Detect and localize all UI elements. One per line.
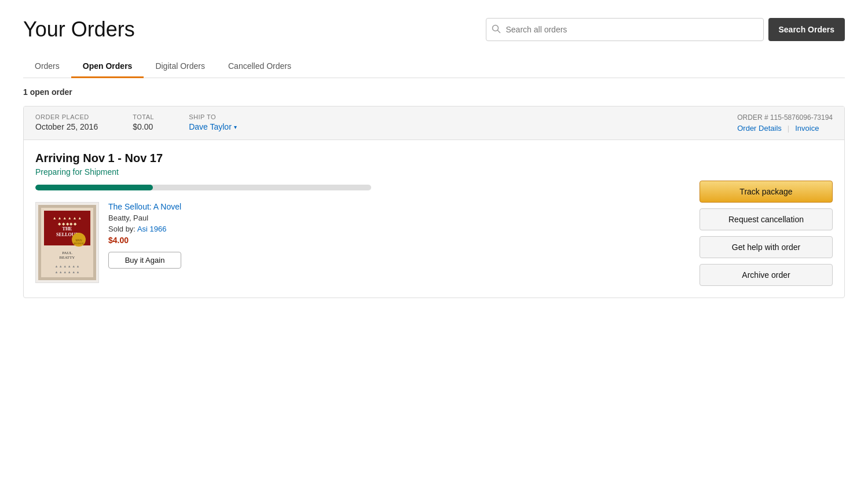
tabs-nav: Orders Open Orders Digital Orders Cancel… bbox=[23, 56, 845, 78]
search-input-wrapper bbox=[486, 18, 764, 41]
product-info: The Sellout: A Novel Beatty, Paul Sold b… bbox=[108, 202, 181, 269]
order-card: ORDER PLACED October 25, 2016 TOTAL $0.0… bbox=[23, 106, 845, 298]
product-image: ▲ ▲ ▲ ▲ ▲ ▲ ◆ ◆ ◆ ◆ ◆ THE SELLOUT MAN BO… bbox=[35, 202, 99, 283]
order-count: 1 open order bbox=[23, 87, 845, 97]
svg-text:BEATTY: BEATTY bbox=[60, 255, 75, 260]
svg-text:▲ ▲ ▲ ▲ ▲ ▲: ▲ ▲ ▲ ▲ ▲ ▲ bbox=[54, 265, 79, 268]
order-body-left: Arriving Nov 1 - Nov 17 Preparing for Sh… bbox=[35, 152, 688, 286]
order-details-link[interactable]: Order Details bbox=[737, 124, 782, 133]
progress-bar-container bbox=[35, 185, 371, 190]
svg-text:BOOKER: BOOKER bbox=[74, 242, 83, 245]
order-number-label: ORDER # 115-5876096-73194 bbox=[737, 113, 833, 122]
order-number-col: ORDER # 115-5876096-73194 Order Details … bbox=[737, 113, 833, 133]
tab-open-orders[interactable]: Open Orders bbox=[71, 56, 144, 78]
request-cancellation-button[interactable]: Request cancellation bbox=[699, 208, 833, 230]
search-area: Search Orders bbox=[486, 18, 845, 41]
archive-order-button[interactable]: Archive order bbox=[699, 264, 833, 286]
tab-digital-orders[interactable]: Digital Orders bbox=[144, 56, 217, 78]
svg-text:▲ ▲ ▲ ▲ ▲ ▲: ▲ ▲ ▲ ▲ ▲ ▲ bbox=[54, 270, 79, 274]
order-total-col: TOTAL $0.00 bbox=[133, 113, 154, 131]
tab-cancelled-orders[interactable]: Cancelled Orders bbox=[217, 56, 303, 78]
order-placed-date: October 25, 2016 bbox=[35, 122, 98, 131]
order-ship-to-label: SHIP TO bbox=[189, 113, 237, 120]
product-sold-by: Sold by: Asi 1966 bbox=[108, 225, 181, 233]
order-body: Arriving Nov 1 - Nov 17 Preparing for Sh… bbox=[24, 140, 844, 298]
svg-line-1 bbox=[497, 30, 500, 32]
get-help-button[interactable]: Get help with order bbox=[699, 236, 833, 258]
chevron-down-icon: ▾ bbox=[234, 124, 237, 130]
search-input[interactable] bbox=[486, 18, 764, 41]
order-header: ORDER PLACED October 25, 2016 TOTAL $0.0… bbox=[24, 107, 844, 140]
svg-text:THE: THE bbox=[63, 226, 72, 232]
progress-bar-fill bbox=[35, 185, 153, 190]
product-row: ▲ ▲ ▲ ▲ ▲ ▲ ◆ ◆ ◆ ◆ ◆ THE SELLOUT MAN BO… bbox=[35, 202, 688, 283]
order-actions: Track package Request cancellation Get h… bbox=[699, 152, 833, 286]
order-links: Order Details | Invoice bbox=[737, 124, 833, 133]
product-author: Beatty, Paul bbox=[108, 214, 181, 222]
svg-text:PAUL: PAUL bbox=[62, 251, 72, 255]
page-title: Your Orders bbox=[23, 17, 135, 42]
ship-to-dropdown[interactable]: Dave Taylor ▾ bbox=[189, 122, 237, 131]
sold-by-link[interactable]: Asi 1966 bbox=[137, 225, 167, 233]
order-total-label: TOTAL bbox=[133, 113, 154, 120]
order-total-value: $0.00 bbox=[133, 122, 154, 131]
order-placed-col: ORDER PLACED October 25, 2016 bbox=[35, 113, 98, 131]
invoice-link[interactable]: Invoice bbox=[795, 124, 819, 133]
order-ship-to-col: SHIP TO Dave Taylor ▾ bbox=[189, 113, 237, 131]
tab-orders[interactable]: Orders bbox=[23, 56, 71, 78]
svg-text:▲ ▲ ▲ ▲ ▲ ▲: ▲ ▲ ▲ ▲ ▲ ▲ bbox=[53, 216, 82, 221]
arrival-title: Arriving Nov 1 - Nov 17 bbox=[35, 152, 688, 165]
search-orders-button[interactable]: Search Orders bbox=[768, 18, 845, 41]
buy-again-button[interactable]: Buy it Again bbox=[108, 252, 181, 269]
track-package-button[interactable]: Track package bbox=[699, 181, 833, 203]
shipment-status: Preparing for Shipment bbox=[35, 167, 688, 177]
search-icon bbox=[492, 24, 501, 35]
product-price: $4.00 bbox=[108, 236, 181, 245]
svg-text:◆ ◆ ◆ ◆ ◆: ◆ ◆ ◆ ◆ ◆ bbox=[58, 222, 77, 226]
product-title-link[interactable]: The Sellout: A Novel bbox=[108, 202, 181, 211]
order-placed-label: ORDER PLACED bbox=[35, 113, 98, 120]
